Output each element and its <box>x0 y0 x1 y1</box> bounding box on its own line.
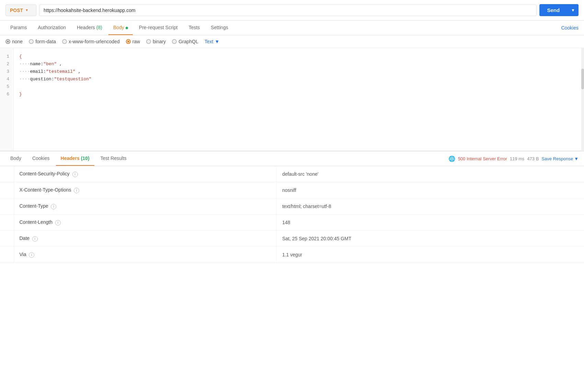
tab-body[interactable]: Body <box>108 21 133 35</box>
row-checkbox-cell <box>0 182 14 198</box>
table-row: Content-Length i 148 <box>0 215 584 231</box>
method-selector[interactable]: POST ▼ <box>5 4 36 16</box>
header-name-5: Via i <box>14 247 277 263</box>
tab-settings[interactable]: Settings <box>206 21 233 35</box>
info-icon-3[interactable]: i <box>55 220 61 226</box>
response-tab-headers[interactable]: Headers (10) <box>56 151 94 166</box>
tab-tests[interactable]: Tests <box>184 21 205 35</box>
option-raw[interactable]: raw <box>126 39 140 44</box>
radio-urlencoded-icon <box>62 39 67 44</box>
status-badge: 500 Internal Server Error <box>458 156 507 161</box>
info-icon-1[interactable]: i <box>74 188 79 193</box>
text-dropdown-chevron-icon: ▼ <box>215 39 220 44</box>
table-row: X-Content-Type-Options i nosniff <box>0 182 584 198</box>
url-input[interactable] <box>39 4 537 16</box>
header-value-1: nosniff <box>277 182 584 198</box>
send-arrow-icon[interactable]: ▼ <box>568 5 579 16</box>
radio-none-icon <box>5 39 10 44</box>
line-num-3: 3 <box>4 68 9 76</box>
radio-graphql-icon <box>172 39 177 44</box>
row-checkbox-cell <box>0 215 14 231</box>
table-row: Via i 1.1 vegur <box>0 247 584 263</box>
save-response-chevron-icon: ▼ <box>574 156 579 161</box>
response-tab-cookies[interactable]: Cookies <box>27 151 55 166</box>
row-checkbox-cell <box>0 198 14 215</box>
header-name-1: X-Content-Type-Options i <box>14 182 277 198</box>
response-tab-test-results[interactable]: Test Results <box>96 151 131 166</box>
row-checkbox-cell <box>0 166 14 182</box>
header-name-4: Date i <box>14 231 277 247</box>
radio-form-data-icon <box>29 39 34 44</box>
line-num-2: 2 <box>4 60 9 68</box>
send-button[interactable]: Send ▼ <box>539 4 579 16</box>
code-body[interactable]: { ····name:"ben" , ····email:"testemail"… <box>14 48 584 151</box>
header-value-2: text/html; charset=utf-8 <box>277 198 584 215</box>
editor-scrollbar-thumb[interactable] <box>581 69 584 89</box>
info-icon-2[interactable]: i <box>51 204 56 209</box>
line-num-4: 4 <box>4 76 9 83</box>
radio-raw-icon <box>126 39 131 44</box>
body-options-bar: none form-data x-www-form-urlencoded raw… <box>0 35 584 48</box>
row-checkbox-cell <box>0 231 14 247</box>
editor-scrollbar-track <box>581 48 584 151</box>
header-value-5: 1.1 vegur <box>277 247 584 263</box>
header-name-0: Content-Security-Policy i <box>14 166 277 182</box>
tab-pre-request-script[interactable]: Pre-request Script <box>134 21 183 35</box>
option-urlencoded[interactable]: x-www-form-urlencoded <box>62 39 120 44</box>
save-response-button[interactable]: Save Response ▼ <box>541 156 579 161</box>
header-value-0: default-src 'none' <box>277 166 584 182</box>
info-icon-5[interactable]: i <box>29 252 34 258</box>
header-value-3: 148 <box>277 215 584 231</box>
body-dot <box>126 27 128 29</box>
option-form-data[interactable]: form-data <box>29 39 56 44</box>
option-graphql[interactable]: GraphQL <box>172 39 198 44</box>
method-label: POST <box>10 8 23 13</box>
table-row: Content-Type i text/html; charset=utf-8 <box>0 198 584 215</box>
header-value-4: Sat, 25 Sep 2021 20:00:45 GMT <box>277 231 584 247</box>
response-meta: 🌐 500 Internal Server Error 119 ms 473 B… <box>448 155 579 162</box>
header-name-2: Content-Type i <box>14 198 277 215</box>
text-dropdown[interactable]: Text ▼ <box>205 39 220 44</box>
line-num-5: 5 <box>4 83 9 91</box>
response-time: 119 ms <box>510 156 525 161</box>
line-numbers: 1 2 3 4 5 6 <box>0 48 14 151</box>
cookies-link[interactable]: Cookies <box>561 21 579 35</box>
line-num-1: 1 <box>4 53 9 60</box>
option-binary[interactable]: binary <box>146 39 166 44</box>
response-size: 473 B <box>527 156 539 161</box>
headers-table: Content-Security-Policy i default-src 'n… <box>0 166 584 263</box>
line-num-6: 6 <box>4 91 9 98</box>
response-tab-bar: Body Cookies Headers (10) Test Results 🌐… <box>0 151 584 166</box>
send-label: Send <box>539 4 567 16</box>
radio-binary-icon <box>146 39 151 44</box>
tab-headers[interactable]: Headers (8) <box>72 21 107 35</box>
table-row: Content-Security-Policy i default-src 'n… <box>0 166 584 182</box>
table-row: Date i Sat, 25 Sep 2021 20:00:45 GMT <box>0 231 584 247</box>
tab-authorization[interactable]: Authorization <box>33 21 71 35</box>
globe-icon: 🌐 <box>448 155 455 162</box>
editor-wrapper: 1 2 3 4 5 6 { ····name:"ben" , ····email… <box>0 48 584 151</box>
info-icon-4[interactable]: i <box>32 236 38 242</box>
header-name-3: Content-Length i <box>14 215 277 231</box>
code-editor[interactable]: 1 2 3 4 5 6 { ····name:"ben" , ····email… <box>0 48 584 151</box>
request-tab-bar: Params Authorization Headers (8) Body Pr… <box>0 21 584 35</box>
option-none[interactable]: none <box>5 39 23 44</box>
method-chevron-icon: ▼ <box>25 8 28 12</box>
top-bar: POST ▼ Send ▼ <box>0 0 584 21</box>
tab-params[interactable]: Params <box>5 21 32 35</box>
response-tab-body[interactable]: Body <box>5 151 26 166</box>
info-icon-0[interactable]: i <box>72 172 78 177</box>
row-checkbox-cell <box>0 247 14 263</box>
